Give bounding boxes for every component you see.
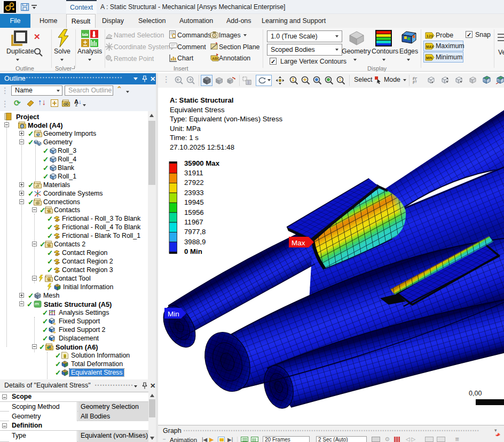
svg-text:0,00: 0,00 — [469, 390, 482, 397]
svg-text:MAX: MAX — [426, 45, 434, 49]
svg-text:15956: 15956 — [184, 208, 204, 216]
svg-text:19945: 19945 — [184, 198, 204, 206]
svg-text:Time: 1 s: Time: 1 s — [170, 134, 199, 142]
svg-text:0 Min: 0 Min — [184, 247, 202, 255]
svg-text:Min: Min — [168, 310, 179, 318]
svg-text:A: Static Structural: A: Static Structural — [170, 96, 233, 104]
svg-text:3988,9: 3988,9 — [184, 238, 206, 246]
svg-text:27.10.2025 12:51:48: 27.10.2025 12:51:48 — [170, 143, 234, 151]
svg-text:Max: Max — [292, 239, 305, 247]
svg-text:31911: 31911 — [184, 169, 203, 177]
svg-text:23933: 23933 — [184, 189, 204, 197]
svg-text:F̄ᵀ: F̄ᵀ — [413, 80, 418, 84]
svg-text:C: C — [172, 33, 176, 39]
svg-text:27922: 27922 — [184, 179, 204, 187]
svg-text:11967: 11967 — [184, 218, 203, 226]
svg-text:123: 123 — [427, 34, 434, 38]
svg-text:ABC: ABC — [212, 57, 219, 60]
svg-text:Equivalent Stress: Equivalent Stress — [170, 106, 225, 114]
svg-text:35900 Max: 35900 Max — [184, 159, 220, 167]
svg-text:MIN: MIN — [426, 56, 432, 60]
svg-text:7977,8: 7977,8 — [184, 228, 206, 236]
svg-text:Type: Equivalent (von-Mises) S: Type: Equivalent (von-Mises) Stress — [170, 115, 282, 123]
svg-text:Unit: MPa: Unit: MPa — [170, 125, 201, 133]
